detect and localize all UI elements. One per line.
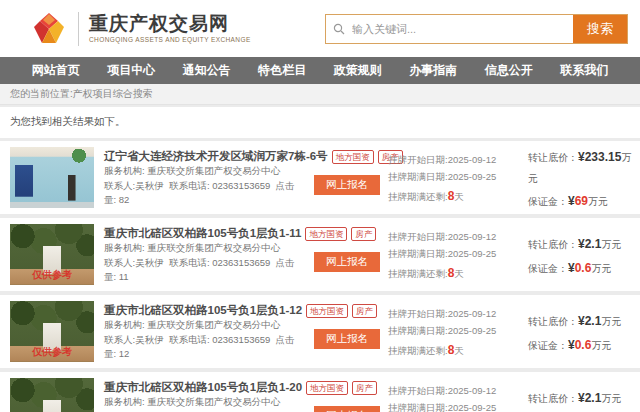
listing-price: 转让底价：¥2.1万元 [528, 232, 632, 256]
search-input[interactable] [352, 15, 573, 43]
apply-online-button[interactable]: 网上报名 [314, 406, 380, 412]
apply-column: 网上报名 [306, 238, 388, 272]
listing-thumbnail[interactable]: 仅供参考 [10, 301, 94, 362]
logo-diamond-icon [30, 11, 68, 47]
listing-row: 仅供参考 重庆市北碚区双柏路105号负1层负1-20 地方国资房产 服务机构: … [0, 372, 640, 412]
listing-end-date: 挂牌期满日期:2025-09-25 [388, 246, 516, 263]
apply-column: 网上报名 [306, 161, 388, 195]
results-list: 辽宁省大连经济技术开发区域润万家7栋-6号 地方国资房产 服务机构: 重庆联交所… [0, 141, 640, 412]
listing-org: 服务机构: 重庆联交所集团产权交易分中心 [104, 318, 306, 333]
listing-price: 转让底价：¥2.1万元 [528, 309, 632, 333]
listing-contact: 联系人:吴秋伊 联系电话: 02363153659 点击量: 11 [104, 256, 306, 285]
nav-item-1[interactable]: 项目中心 [107, 62, 155, 79]
thumbnail-watermark: 仅供参考 [32, 268, 72, 282]
listing-title[interactable]: 重庆市北碚区双柏路105号负1层负1-11 [104, 226, 301, 241]
listing-org: 服务机构: 重庆联交所集团产权交易分中心 [104, 395, 306, 410]
listing-deposit: 保证金：¥69万元 [528, 189, 632, 213]
listing-price: 转让底价：¥2.1万元 [528, 386, 632, 410]
listing-end-date: 挂牌期满日期:2025-09-25 [388, 400, 516, 412]
apply-online-button[interactable]: 网上报名 [314, 175, 380, 195]
listing-deposit: 保证金：¥0.6万元 [528, 333, 632, 357]
listing-start-date: 挂牌开始日期:2025-09-12 [388, 152, 516, 169]
search-icon [326, 15, 352, 43]
listing-row: 辽宁省大连经济技术开发区域润万家7栋-6号 地方国资房产 服务机构: 重庆联交所… [0, 141, 640, 214]
nav-item-7[interactable]: 联系我们 [560, 62, 608, 79]
listing-title[interactable]: 重庆市北碚区双柏路105号负1层负1-20 [104, 380, 302, 395]
nav-item-4[interactable]: 政策规则 [334, 62, 382, 79]
listing-end-date: 挂牌期满日期:2025-09-25 [388, 323, 516, 340]
listing-days-left: 挂牌期满还剩:8天 [388, 263, 516, 284]
search-bar: 搜索 [325, 14, 628, 44]
site-title: 重庆产权交易网 [89, 14, 251, 35]
thumbnail-photo [10, 378, 94, 412]
listing-contact: 联系人:吴秋伊 联系电话: 02363153659 点击量: 12 [104, 333, 306, 362]
nav-item-5[interactable]: 办事指南 [409, 62, 457, 79]
nav-item-6[interactable]: 信息公开 [485, 62, 533, 79]
listing-contact: 联系人:吴秋伊 联系电话: 02363153659 点击量: 82 [104, 179, 306, 208]
listing-thumbnail[interactable]: 仅供参考 [10, 224, 94, 285]
listing-prices: 转让底价：¥2.1万元 保证金：¥0.6万元 [516, 307, 632, 357]
listing-info: 重庆市北碚区双柏路105号负1层负1-20 地方国资房产 服务机构: 重庆联交所… [94, 378, 306, 412]
listing-start-date: 挂牌开始日期:2025-09-12 [388, 306, 516, 323]
listing-info: 重庆市北碚区双柏路105号负1层负1-11 地方国资房产 服务机构: 重庆联交所… [94, 224, 306, 285]
thumbnail-watermark: 仅供参考 [32, 345, 72, 359]
nav-item-0[interactable]: 网站首页 [32, 62, 80, 79]
listing-days-left: 挂牌期满还剩:8天 [388, 186, 516, 207]
site-header: 重庆产权交易网 CHONGQING ASSETS AND EQUITY EXCH… [0, 0, 640, 57]
listing-end-date: 挂牌期满日期:2025-09-25 [388, 169, 516, 186]
listing-price: 转让底价：¥233.15万元 [528, 145, 632, 189]
listing-deposit: 保证金：¥0.6万元 [528, 256, 632, 280]
main-nav: 网站首页项目中心通知公告特色栏目政策规则办事指南信息公开联系我们 [0, 57, 640, 84]
apply-online-button[interactable]: 网上报名 [314, 329, 380, 349]
listing-prices: 转让底价：¥233.15万元 保证金：¥69万元 [516, 143, 632, 213]
breadcrumb: 您的当前位置:产权项目综合搜索 [0, 84, 640, 105]
listing-thumbnail[interactable] [10, 147, 94, 208]
apply-column: 网上报名 [306, 392, 388, 412]
listing-org: 服务机构: 重庆联交所集团产权交易分中心 [104, 241, 306, 256]
search-button[interactable]: 搜索 [573, 15, 627, 43]
apply-column: 网上报名 [306, 315, 388, 349]
listing-start-date: 挂牌开始日期:2025-09-12 [388, 383, 516, 400]
listing-dates: 挂牌开始日期:2025-09-12 挂牌期满日期:2025-09-25 挂牌期满… [388, 225, 516, 283]
apply-online-button[interactable]: 网上报名 [314, 252, 380, 272]
listing-start-date: 挂牌开始日期:2025-09-12 [388, 229, 516, 246]
listing-org: 服务机构: 重庆联交所集团产权交易分中心 [104, 164, 306, 179]
results-summary: 为您找到相关结果如下。 [0, 107, 640, 138]
listing-dates: 挂牌开始日期:2025-09-12 挂牌期满日期:2025-09-25 挂牌期满… [388, 379, 516, 412]
listing-row: 仅供参考 重庆市北碚区双柏路105号负1层负1-11 地方国资房产 服务机构: … [0, 218, 640, 291]
listing-info: 辽宁省大连经济技术开发区域润万家7栋-6号 地方国资房产 服务机构: 重庆联交所… [94, 147, 306, 208]
nav-item-3[interactable]: 特色栏目 [258, 62, 306, 79]
listing-thumbnail[interactable]: 仅供参考 [10, 378, 94, 412]
listing-prices: 转让底价：¥2.1万元 保证金：¥0.6万元 [516, 230, 632, 280]
listing-info: 重庆市北碚区双柏路105号负1层负1-12 地方国资房产 服务机构: 重庆联交所… [94, 301, 306, 362]
listing-prices: 转让底价：¥2.1万元 保证金：¥0.6万元 [516, 384, 632, 412]
listing-days-left: 挂牌期满还剩:8天 [388, 340, 516, 361]
listing-dates: 挂牌开始日期:2025-09-12 挂牌期满日期:2025-09-25 挂牌期满… [388, 302, 516, 360]
listing-title[interactable]: 重庆市北碚区双柏路105号负1层负1-12 [104, 303, 302, 318]
nav-item-2[interactable]: 通知公告 [183, 62, 231, 79]
logo-divider [78, 12, 79, 46]
site-subtitle: CHONGQING ASSETS AND EQUITY EXCHANGE [89, 36, 251, 43]
site-logo[interactable]: 重庆产权交易网 CHONGQING ASSETS AND EQUITY EXCH… [30, 11, 251, 47]
listing-title[interactable]: 辽宁省大连经济技术开发区域润万家7栋-6号 [104, 149, 328, 164]
listing-row: 仅供参考 重庆市北碚区双柏路105号负1层负1-12 地方国资房产 服务机构: … [0, 295, 640, 368]
listing-dates: 挂牌开始日期:2025-09-12 挂牌期满日期:2025-09-25 挂牌期满… [388, 148, 516, 206]
thumbnail-photo [10, 147, 94, 208]
